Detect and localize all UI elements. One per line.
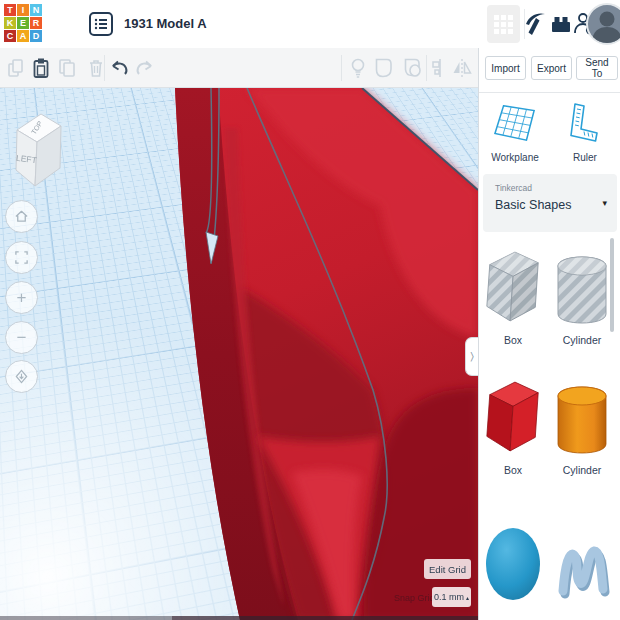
shape-blue-sphere[interactable] (482, 518, 544, 608)
brick-icon (550, 13, 572, 35)
panel-actions: Import Export Send To (479, 48, 620, 93)
pickaxe-icon (524, 11, 548, 37)
tinkercad-logo[interactable]: TIN KER CAD (4, 4, 44, 44)
undo-button[interactable] (108, 56, 132, 80)
canvas-bottom-shade (0, 616, 478, 620)
mirror-button[interactable] (450, 56, 474, 80)
shape-label: Cylinder (551, 464, 613, 476)
group-icon (373, 57, 395, 79)
duplicate-button[interactable] (56, 56, 80, 80)
toolbar-divider (104, 55, 105, 81)
paste-button[interactable] (29, 56, 53, 80)
hole-box-thumbnail (482, 244, 544, 328)
duplicate-icon (58, 58, 78, 78)
shape-orange-cylinder[interactable]: Cylinder (551, 374, 613, 476)
mirror-icon (451, 58, 473, 78)
library-selected-value: Basic Shapes (495, 198, 571, 212)
align-button[interactable] (428, 56, 452, 80)
send-to-button[interactable]: Send To (576, 56, 618, 80)
redo-icon (134, 59, 154, 77)
ungroup-icon (402, 57, 424, 79)
toolbar-divider (426, 55, 427, 81)
home-icon (14, 209, 29, 224)
edit-grid-button[interactable]: Edit Grid (424, 559, 471, 579)
perspective-toggle-button[interactable] (5, 360, 38, 393)
chevron-right-icon: 〉 (470, 350, 474, 363)
plus-icon: + (17, 289, 27, 306)
design-title: 1931 Model A (124, 16, 207, 31)
fit-view-button[interactable] (5, 241, 38, 274)
red-box-thumbnail (482, 374, 544, 458)
ruler-icon (565, 102, 605, 144)
align-icon (431, 58, 449, 78)
panel-scrollbar[interactable] (610, 238, 614, 332)
scribble-thumbnail (554, 518, 610, 602)
shape-hole-cylinder[interactable]: Cylinder (551, 244, 613, 346)
ungroup-button[interactable] (401, 56, 425, 80)
redo-button[interactable] (132, 56, 156, 80)
helper-tools-row: Workplane Ruler (479, 94, 620, 172)
orange-cylinder-thumbnail (554, 374, 610, 458)
apps-grid-icon (494, 15, 513, 34)
design-menu-icon (88, 11, 114, 37)
avatar-silhouette-icon (588, 5, 620, 43)
show-all-button[interactable] (346, 56, 370, 80)
tinkercad-app: TOP LEFT + − 〉 (0, 0, 620, 620)
hole-cylinder-thumbnail (554, 244, 610, 328)
account-avatar[interactable] (586, 3, 620, 45)
shape-hole-box[interactable]: Box (482, 244, 544, 346)
zoom-out-button[interactable]: − (5, 321, 38, 354)
copy-icon (7, 58, 25, 78)
paste-icon (32, 57, 50, 79)
fit-view-icon (14, 250, 29, 265)
3d-viewport[interactable]: TOP LEFT + − 〉 (0, 88, 478, 620)
workplane-icon (491, 102, 539, 144)
perspective-icon (14, 369, 29, 384)
undo-icon (110, 59, 130, 77)
snap-grid-label: Snap Grid (394, 593, 435, 603)
home-view-button[interactable] (5, 200, 38, 233)
blue-sphere-thumbnail (482, 518, 544, 602)
ruler-tool[interactable]: Ruler (555, 102, 615, 163)
design-menu-button[interactable] (86, 10, 116, 38)
shapes-panel: Import Export Send To Workplane Ruler (478, 48, 620, 620)
workplane-tool[interactable]: Workplane (485, 102, 545, 163)
snap-grid-value: 0.1 mm (434, 592, 464, 602)
edit-toolbar (0, 48, 478, 88)
shape-label: Box (482, 334, 544, 346)
trash-icon (87, 58, 105, 78)
shape-library-dropdown[interactable]: Tinkercad Basic Shapes ▾ (483, 174, 617, 232)
panel-collapse-tab[interactable]: 〉 (465, 337, 478, 376)
model-1931-body[interactable] (0, 88, 478, 620)
shape-scribble[interactable] (551, 518, 613, 608)
workplane-label: Workplane (485, 152, 545, 163)
import-button[interactable]: Import (485, 56, 526, 80)
shape-red-box[interactable]: Box (482, 374, 544, 476)
library-source-label: Tinkercad (495, 183, 532, 193)
snap-grid-select[interactable]: 0.1 mm ▴ (432, 587, 471, 607)
toolbar-divider (341, 55, 342, 81)
caret-down-icon: ▾ (602, 198, 607, 208)
lightbulb-icon (349, 57, 367, 79)
group-button[interactable] (372, 56, 396, 80)
top-bar: TIN KER CAD 1931 Model A (0, 0, 620, 48)
ruler-label: Ruler (555, 152, 615, 163)
export-button[interactable]: Export (531, 56, 572, 80)
caret-up-icon: ▴ (466, 594, 469, 601)
apps-grid-button[interactable] (487, 5, 520, 43)
view-cube[interactable]: TOP LEFT (5, 104, 69, 190)
shape-label: Cylinder (551, 334, 613, 346)
zoom-in-button[interactable]: + (5, 281, 38, 314)
copy-button[interactable] (4, 56, 28, 80)
shape-label: Box (482, 464, 544, 476)
minus-icon: − (17, 329, 27, 346)
